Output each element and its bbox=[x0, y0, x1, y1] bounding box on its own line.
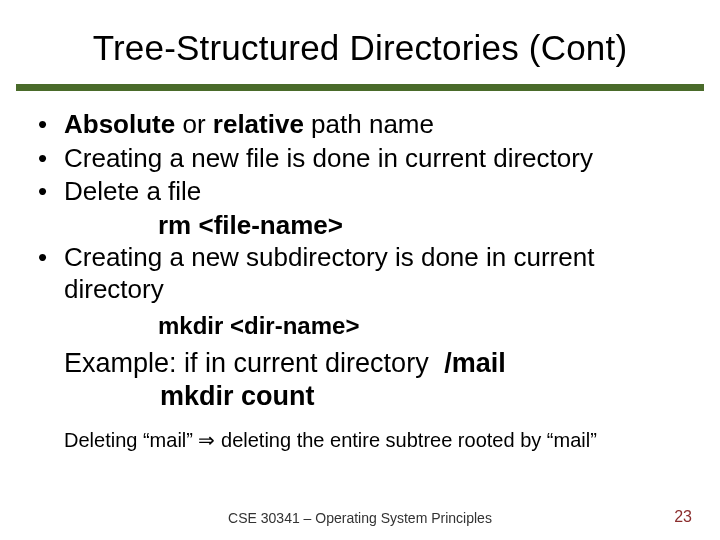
page-number: 23 bbox=[674, 508, 692, 526]
example-line-2: mkdir count bbox=[30, 380, 690, 413]
arrow-icon: ⇒ bbox=[198, 429, 215, 451]
text-bold: Absolute bbox=[64, 109, 175, 139]
text: deleting the entire subtree rooted by “m… bbox=[215, 429, 596, 451]
text: Creating a new file is done in current d… bbox=[64, 143, 593, 173]
bullet-list-2: Creating a new subdirectory is done in c… bbox=[30, 242, 690, 305]
title-underline bbox=[16, 84, 704, 91]
text: path name bbox=[304, 109, 434, 139]
footer-text: CSE 30341 – Operating System Principles bbox=[0, 510, 720, 526]
example-label: Example: if in current directory bbox=[64, 348, 436, 378]
text: or bbox=[175, 109, 213, 139]
bullet-4: Creating a new subdirectory is done in c… bbox=[30, 242, 690, 305]
command-rm: rm <file-name> bbox=[30, 210, 690, 242]
text-bold: relative bbox=[213, 109, 304, 139]
example-line-1: Example: if in current directory /mail bbox=[30, 347, 690, 380]
command-mkdir: mkdir <dir-name> bbox=[30, 311, 690, 340]
text: Creating a new subdirectory is done in c… bbox=[64, 242, 594, 304]
bullet-2: Creating a new file is done in current d… bbox=[30, 143, 690, 175]
text: Delete a file bbox=[64, 176, 201, 206]
deleting-note: Deleting “mail” ⇒ deleting the entire su… bbox=[30, 428, 690, 452]
slide: Tree-Structured Directories (Cont) Absol… bbox=[0, 0, 720, 540]
example-dir: /mail bbox=[444, 348, 506, 378]
bullet-3: Delete a file bbox=[30, 176, 690, 208]
slide-content: Absolute or relative path name Creating … bbox=[0, 91, 720, 453]
bullet-1: Absolute or relative path name bbox=[30, 109, 690, 141]
bullet-list: Absolute or relative path name Creating … bbox=[30, 109, 690, 208]
slide-title: Tree-Structured Directories (Cont) bbox=[0, 0, 720, 78]
text: Deleting “mail” bbox=[64, 429, 198, 451]
